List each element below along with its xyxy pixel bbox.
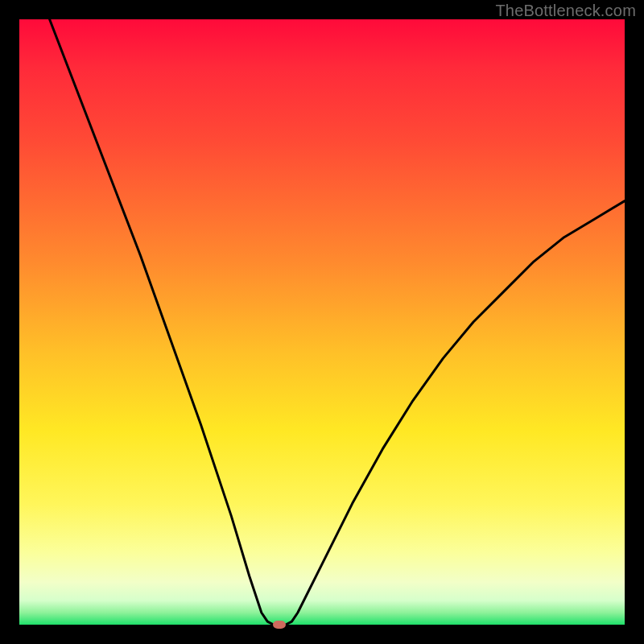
bottleneck-curve xyxy=(19,19,625,625)
chart-plot-area xyxy=(19,19,625,625)
watermark-text: TheBottleneck.com xyxy=(495,2,636,20)
chart-frame: TheBottleneck.com xyxy=(0,0,644,644)
optimal-point-marker xyxy=(273,621,286,629)
